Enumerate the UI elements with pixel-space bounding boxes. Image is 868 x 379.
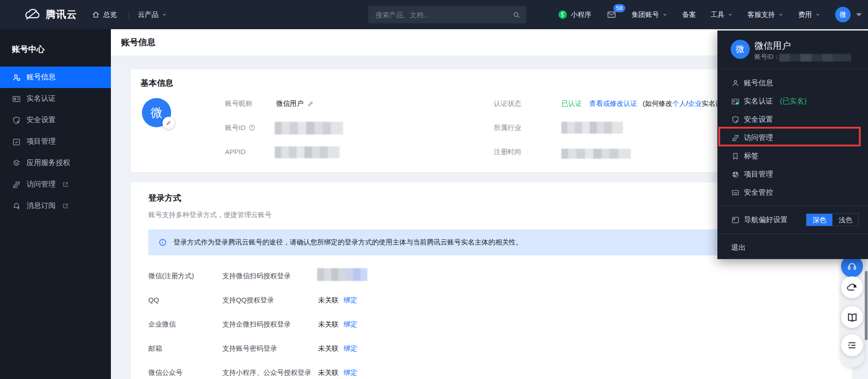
id-card-check-icon [731,97,740,106]
sidebar-item-app-service-auth[interactable]: 应用服务授权 [0,152,111,174]
panel-divider [717,68,868,69]
personal-auth-link[interactable]: 个人 [672,99,686,107]
nav-beian[interactable]: 备案 [682,10,696,19]
user-dropdown-panel: 微 微信用户 账号ID： 账号信息 实名认证 (已实名) 安全设置 访问管理 [717,31,868,259]
shield-icon [731,115,740,124]
nav-support[interactable]: 客服支持 [748,10,784,19]
info-icon [158,238,167,247]
panel-item-security-settings[interactable]: 安全设置 [717,110,868,129]
login-method-desc: 支持微信扫码授权登录 [222,271,291,280]
nav-tools[interactable]: 工具 [711,10,733,19]
mail-button[interactable]: 58 [606,10,617,20]
panel-item-tags[interactable]: 标签 [717,147,868,165]
industry-value-redacted [561,122,623,134]
bind-link[interactable]: 绑定 [344,296,357,305]
nav-mini-program[interactable]: 小程序 [558,10,591,20]
nickname-text: 微信用户 [276,99,303,108]
id-card-icon [12,94,21,104]
nav-tools-label: 工具 [711,10,724,19]
panel-item-label: 访问管理 [744,133,773,143]
docs-float-button[interactable] [841,306,863,328]
edit-avatar-button[interactable] [162,117,175,129]
page-title: 账号信息 [121,36,156,48]
sidebar-item-label: 访问管理 [26,180,56,189]
cloud-bell-icon [846,281,858,293]
cloud-notification-float-button[interactable] [841,276,863,298]
panel-menu: 账号信息 实名认证 (已实名) 安全设置 访问管理 标签 项目管理 [717,74,868,202]
home-icon [92,10,100,19]
panel-avatar: 微 [731,40,750,59]
industry-label: 所属行业 [494,123,521,132]
panel-item-cam[interactable]: 访问管理 [717,129,868,147]
panel-divider [717,234,868,234]
nav-support-label: 客服支持 [748,10,775,19]
sidebar-item-label: 消息订阅 [26,201,56,211]
tencent-cloud-logo-icon [24,8,40,21]
panel-item-label: 标签 [744,151,758,161]
mail-badge: 58 [613,4,625,12]
panel-item-account-info[interactable]: 账号信息 [717,74,868,92]
account-id-value-redacted [275,122,343,135]
sidebar-item-message-subscription[interactable]: 消息订阅 [0,195,111,217]
bookmark-icon [731,152,740,161]
bind-link[interactable]: 绑定 [344,320,357,329]
panel-item-security-control[interactable]: 安全管控 [717,183,868,202]
login-row-qq: QQ 支持QQ授权登录 未关联 绑定 [131,291,852,315]
nav-products-label: 云产品 [138,10,158,19]
login-method-desc: 支持小程序、公众号授权登录 [222,368,311,377]
sidebar-item-label: 实名认证 [26,94,56,104]
sidebar-item-project-mgmt[interactable]: 项目管理 [0,131,111,152]
sidebar-item-label: 安全设置 [26,115,56,125]
edit-nickname-button[interactable] [307,100,314,107]
sidebar-item-real-name[interactable]: 实名认证 [0,88,111,109]
search-input[interactable] [368,11,512,19]
mini-program-label: 小程序 [571,10,591,19]
nav-preference-label: 导航偏好设置 [744,215,788,225]
tencent-cloud-console: 腾讯云 总览 云产品 [0,0,868,379]
theme-light-option[interactable]: 浅色 [832,214,858,226]
logout-button[interactable]: 退出 [731,243,746,253]
person-icon [731,79,740,88]
brand[interactable]: 腾讯云 [24,8,77,21]
sidebar-item-account-info[interactable]: 账号信息 [0,67,111,88]
nav-beian-label: 备案 [682,10,696,19]
verified-badge: (已实名) [780,97,807,106]
nav-overview[interactable]: 总览 [92,10,117,19]
panel-item-real-name[interactable]: 实名认证 (已实名) [717,92,868,110]
topbar-divider [129,10,129,19]
nav-billing[interactable]: 费用 [798,10,821,19]
help-icon[interactable] [248,124,256,131]
access-management-icon [731,134,740,142]
headset-icon [847,261,858,272]
panel-item-project-mgmt[interactable]: 项目管理 [717,165,868,183]
user-avatar[interactable]: 微 [835,7,851,22]
scrollbar-thumb[interactable] [865,271,868,340]
nav-group-account[interactable]: 集团账号 [632,10,668,19]
login-methods-subtitle: 账号支持多种登录方式，便捷管理云账号 [148,211,272,219]
login-method-status: 未关联 [318,368,339,377]
panel-item-label: 安全设置 [744,115,773,125]
login-method-status: 未关联 [318,344,339,353]
view-modify-auth-link[interactable]: 查看或修改认证 [589,99,637,107]
enterprise-auth-link[interactable]: 企业 [688,99,702,107]
pencil-icon [166,120,172,126]
sidebar-item-security-settings[interactable]: 安全设置 [0,109,111,131]
login-method-status: 未关联 [318,296,339,305]
feedback-float-button[interactable] [841,334,863,356]
login-row-wecom: 企业微信 支持企微扫码授权登录 未关联 绑定 [131,315,852,339]
login-method-name: 微信(注册方式) [148,271,194,280]
panel-item-label: 项目管理 [744,170,773,179]
bind-link[interactable]: 绑定 [344,344,357,353]
theme-dark-option[interactable]: 深色 [806,214,832,226]
folder-check-icon [12,137,21,146]
bind-link[interactable]: 绑定 [344,368,357,377]
nav-products[interactable]: 云产品 [138,10,167,19]
search-box [368,6,526,23]
login-method-status: 未关联 [318,320,339,329]
sidebar-item-cam[interactable]: 访问管理 [0,174,111,195]
avatar-caret-icon[interactable] [856,13,862,16]
brand-name: 腾讯云 [46,8,77,21]
search-icon[interactable] [512,10,521,19]
panel-divider [717,205,868,206]
account-id-label: 账号ID [225,123,256,132]
